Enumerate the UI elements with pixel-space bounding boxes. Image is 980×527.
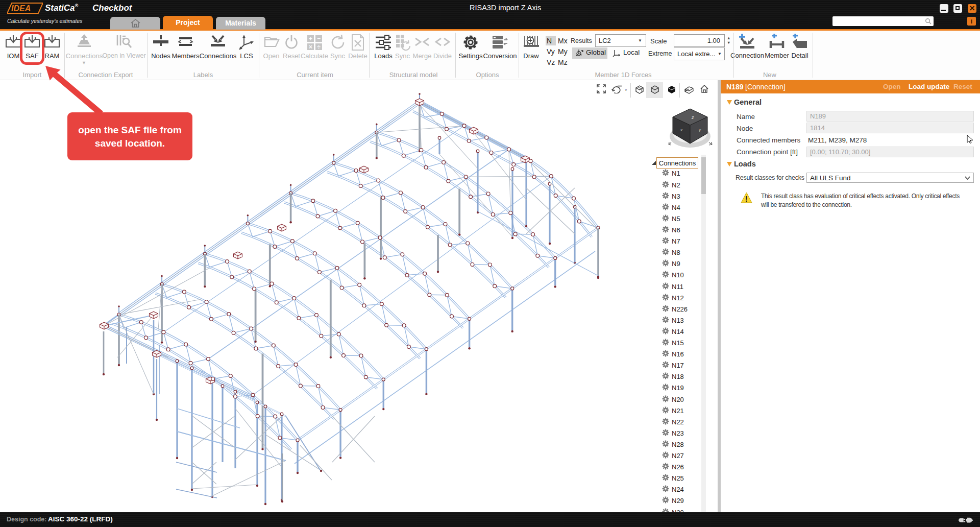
svg-text:+: +	[309, 35, 312, 42]
svg-text:−: −	[317, 35, 321, 42]
svg-text:×: ×	[309, 43, 312, 51]
svg-text:z: z	[691, 115, 694, 120]
svg-text:÷: ÷	[317, 43, 321, 51]
svg-text:IDEA: IDEA	[11, 4, 31, 13]
